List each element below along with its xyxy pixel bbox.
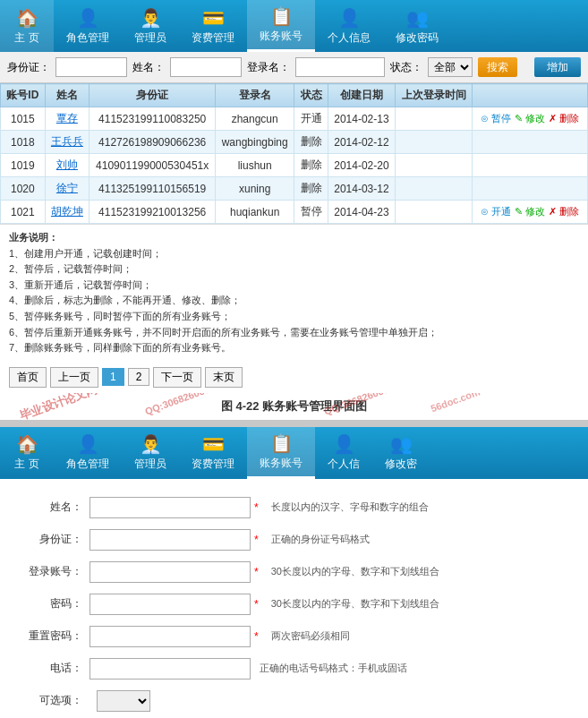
cell-lastlogin <box>396 107 473 131</box>
bottom-nav-home[interactable]: 🏠 主 页 <box>0 427 54 479</box>
id-input[interactable] <box>55 57 127 77</box>
col-actions <box>473 84 588 107</box>
bottom-nav-fee[interactable]: 💳 资费管理 <box>179 427 247 479</box>
bottom-nav-account-label: 账务账号 <box>260 456 303 471</box>
col-id: 账号ID <box>1 84 46 107</box>
cell-create: 2014-02-12 <box>328 131 395 154</box>
delete-btn[interactable]: ✗ 删除 <box>549 112 579 125</box>
pwd-hint: 30长度以内的字母、数字和下划线组合 <box>271 597 439 611</box>
cell-idcard: 412726198909066236 <box>89 131 216 154</box>
id-label-form: 身份证： <box>27 532 89 547</box>
nav-admin[interactable]: 👨‍💼 管理员 <box>122 0 179 52</box>
login-label-form: 登录账号： <box>27 564 89 579</box>
bottom-nav-profile[interactable]: 👤 个人信 <box>315 427 372 479</box>
nav-role-label: 角色管理 <box>66 30 109 46</box>
col-name: 姓名 <box>45 84 89 107</box>
add-button[interactable]: 增加 <box>534 57 581 77</box>
account-icon: 📋 <box>270 5 293 27</box>
name-link[interactable]: 胡乾坤 <box>51 205 83 218</box>
nav-password[interactable]: 👥 修改密码 <box>383 0 451 52</box>
table-row: 1018 王兵兵 412726198909066236 wangbingbing… <box>1 131 588 154</box>
phone-label-form: 电话： <box>27 661 89 676</box>
edit-btn[interactable]: ✎ 修改 <box>515 112 545 125</box>
section-divider <box>0 420 588 427</box>
name-input[interactable] <box>170 57 242 77</box>
next-page-btn[interactable]: 下一页 <box>153 367 201 388</box>
option-select[interactable] <box>97 690 150 712</box>
id-label: 身份证： <box>7 60 50 75</box>
name-row: 姓名： * 长度以内的汉字、字母和数字的组合 <box>27 497 561 518</box>
name-link[interactable]: 王兵兵 <box>51 135 83 148</box>
prev-page-btn[interactable]: 上一页 <box>50 367 98 388</box>
table-row: 1015 覃存 411523199110083250 zhangcun 开通 2… <box>1 107 588 131</box>
bottom-nav-password-label: 修改密 <box>385 457 417 472</box>
role-icon: 👤 <box>77 7 99 29</box>
name-field[interactable] <box>89 497 251 518</box>
col-create: 创建日期 <box>328 84 395 107</box>
bottom-nav-fee-label: 资费管理 <box>192 457 234 472</box>
cell-status: 开通 <box>294 107 328 131</box>
add-account-form: 姓名： * 长度以内的汉字、字母和数字的组合 身份证： * 正确的身份证号码格式… <box>0 479 588 718</box>
cell-login: huqiankun <box>216 201 294 224</box>
pause-btn[interactable]: ⊙ 暂停 <box>481 112 511 125</box>
option-label: 可选项： <box>27 693 89 708</box>
edit-btn[interactable]: ✎ 修改 <box>515 205 545 218</box>
bottom-nav-home-label: 主 页 <box>14 457 38 472</box>
search-button[interactable]: 搜索 <box>478 57 517 77</box>
name-required: * <box>254 501 259 514</box>
bottom-nav-bar: 🏠 主 页 👤 角色管理 👨‍💼 管理员 💳 资费管理 📋 账务账号 👤 个人信… <box>0 427 588 479</box>
name-link[interactable]: 刘帅 <box>56 158 78 171</box>
bottom-admin-icon: 👨‍💼 <box>140 433 162 455</box>
cell-login: zhangcun <box>216 107 294 131</box>
bottom-nav-account[interactable]: 📋 账务账号 <box>247 427 315 479</box>
bottom-home-icon: 🏠 <box>16 433 38 455</box>
fee-icon: 💳 <box>202 7 225 29</box>
cell-idcard: 410901199000530451x <box>89 154 216 177</box>
cell-name: 胡乾坤 <box>45 201 89 224</box>
cell-lastlogin <box>396 131 473 154</box>
phone-hint: 正确的电话号码格式：手机或固话 <box>260 662 407 675</box>
name-link[interactable]: 徐宁 <box>56 182 78 194</box>
bottom-nav-role[interactable]: 👤 角色管理 <box>54 427 122 479</box>
name-link[interactable]: 覃存 <box>56 112 78 124</box>
bottom-nav-admin[interactable]: 👨‍💼 管理员 <box>122 427 179 479</box>
bottom-nav-password[interactable]: 👥 修改密 <box>372 427 430 479</box>
cell-create: 2014-03-12 <box>328 177 395 201</box>
cell-name: 刘帅 <box>45 154 89 177</box>
login-hint: 30长度以内的字母、数字和下划线组合 <box>271 565 439 578</box>
pwd-row: 密码： * 30长度以内的字母、数字和下划线组合 <box>27 594 561 615</box>
cell-create: 2014-02-20 <box>328 154 395 177</box>
delete-btn[interactable]: ✗ 删除 <box>549 205 579 218</box>
home-icon: 🏠 <box>16 7 38 29</box>
cell-name: 覃存 <box>45 107 89 131</box>
login-input[interactable] <box>295 57 385 77</box>
login-field[interactable] <box>89 561 251 583</box>
first-page-btn[interactable]: 首页 <box>9 367 47 388</box>
id-required: * <box>254 534 259 546</box>
page-2-btn[interactable]: 2 <box>128 368 150 386</box>
nav-home[interactable]: 🏠 主 页 <box>0 0 54 52</box>
last-page-btn[interactable]: 末页 <box>205 367 243 388</box>
nav-role[interactable]: 👤 角色管理 <box>54 0 122 52</box>
id-field[interactable] <box>89 529 251 551</box>
bottom-profile-icon: 👤 <box>333 433 355 455</box>
cell-actions: ⊙ 开通✎ 修改✗ 删除 <box>473 201 588 224</box>
pwd-field[interactable] <box>89 594 251 615</box>
status-select[interactable]: 全部 开通 暂停 删除 <box>428 57 473 77</box>
nav-fee[interactable]: 💳 资费管理 <box>179 0 247 52</box>
page-1-btn[interactable]: 1 <box>102 368 124 386</box>
cell-status: 删除 <box>294 177 328 201</box>
phone-field[interactable] <box>89 658 251 680</box>
open-btn[interactable]: ⊙ 开通 <box>481 205 511 218</box>
pwd-required: * <box>254 598 259 611</box>
nav-profile[interactable]: 👤 个人信息 <box>315 0 383 52</box>
bottom-role-icon: 👤 <box>77 433 99 455</box>
repwd-field[interactable] <box>89 626 251 647</box>
nav-account[interactable]: 📋 账务账号 <box>247 0 315 52</box>
col-idcard: 身份证 <box>89 84 216 107</box>
cell-status: 删除 <box>294 131 328 154</box>
name-label: 姓名： <box>132 60 165 75</box>
password-icon: 👥 <box>406 7 429 29</box>
cell-idcard: 411325199110156519 <box>89 177 216 201</box>
cell-name: 王兵兵 <box>45 131 89 154</box>
